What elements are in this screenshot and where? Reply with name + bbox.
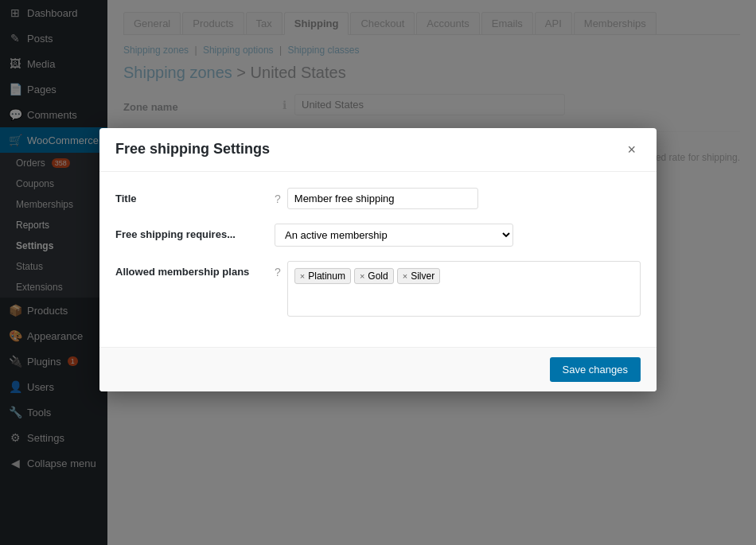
tag-gold: × Gold <box>354 267 394 283</box>
tag-silver: × Silver <box>397 267 440 283</box>
modal-free-shipping-settings: Free shipping Settings × Title ? Free sh… <box>99 127 657 391</box>
title-help-icon: ? <box>275 187 281 204</box>
tag-label-silver: Silver <box>411 270 435 281</box>
tag-remove-platinum[interactable]: × <box>300 271 305 280</box>
plans-help-icon: ? <box>275 260 281 278</box>
title-field-label: Title <box>115 187 275 204</box>
form-row-requires: Free shipping requires... N/A A valid fr… <box>115 223 641 246</box>
modal-title: Free shipping Settings <box>115 141 270 158</box>
modal-footer: Save changes <box>99 346 657 391</box>
title-control-wrap <box>287 187 641 208</box>
title-input[interactable] <box>287 187 478 208</box>
plans-field-label: Allowed membership plans <box>115 260 275 277</box>
requires-field-label: Free shipping requires... <box>115 223 275 239</box>
modal-close-button[interactable]: × <box>622 140 641 158</box>
requires-select[interactable]: N/A A valid free shipping coupon A minim… <box>275 223 513 246</box>
modal-body: Title ? Free shipping requires... N/A A … <box>99 171 657 346</box>
tag-remove-gold[interactable]: × <box>360 271 364 280</box>
plans-tag-input[interactable]: × Platinum × Gold × Silver <box>287 260 641 316</box>
form-row-plans: Allowed membership plans ? × Platinum × … <box>115 260 641 316</box>
tag-remove-silver[interactable]: × <box>403 271 407 280</box>
plans-control-wrap: × Platinum × Gold × Silver <box>287 260 641 316</box>
requires-control-wrap: N/A A valid free shipping coupon A minim… <box>275 223 641 246</box>
tag-platinum: × Platinum <box>294 267 351 283</box>
modal-header: Free shipping Settings × <box>99 127 657 171</box>
modal-save-button[interactable]: Save changes <box>550 356 641 381</box>
form-row-title: Title ? <box>115 187 641 208</box>
tag-label-platinum: Platinum <box>308 270 345 281</box>
tag-label-gold: Gold <box>368 270 388 281</box>
